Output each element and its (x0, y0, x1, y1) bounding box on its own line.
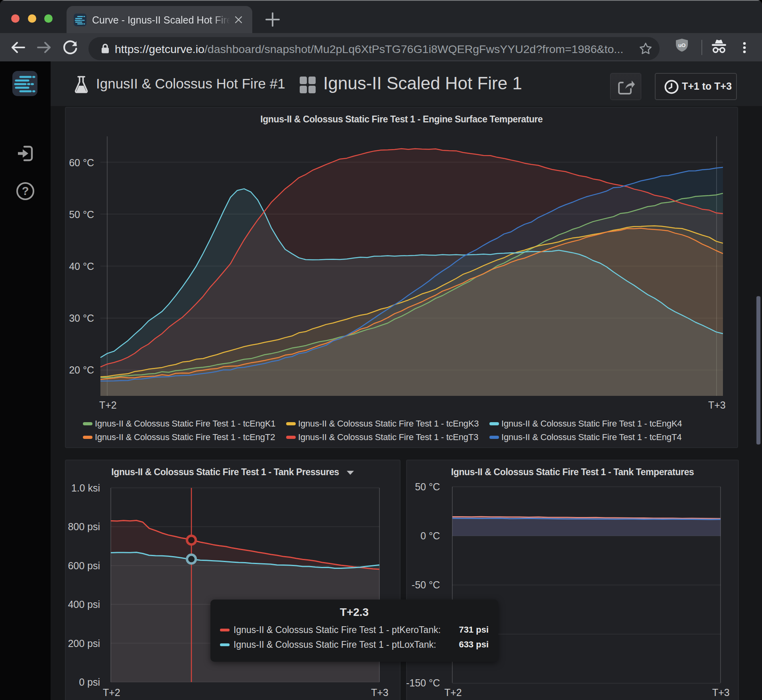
svg-text:?: ? (22, 185, 29, 197)
svg-text:uO: uO (678, 42, 686, 48)
